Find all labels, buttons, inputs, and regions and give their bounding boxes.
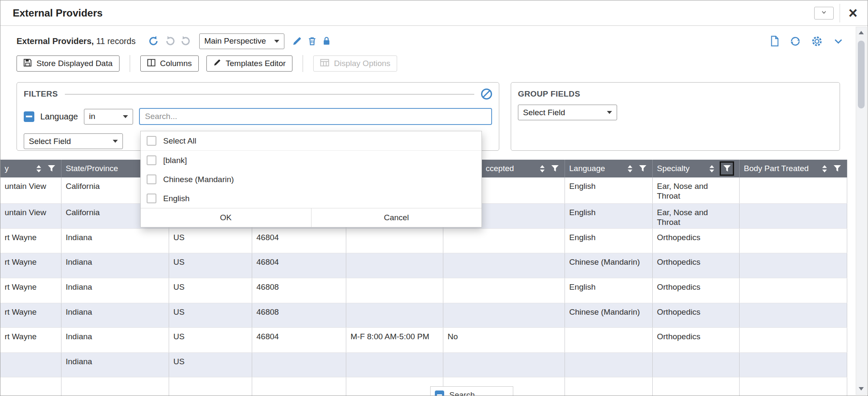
- table-cell: rt Wayne: [0, 303, 61, 327]
- cell-text: Orthopedics: [657, 257, 724, 267]
- table-cell: rt Wayne: [0, 253, 61, 278]
- templates-editor-button[interactable]: Templates Editor: [206, 55, 293, 72]
- table-cell: [346, 377, 443, 396]
- sort-icon[interactable]: [709, 165, 715, 173]
- scroll-up-button[interactable]: [856, 27, 866, 38]
- table-cell: Indiana: [61, 353, 169, 377]
- repeat-icon[interactable]: [180, 35, 192, 47]
- filter-funnel-icon[interactable]: [832, 164, 842, 173]
- table-row[interactable]: rt WayneIndianaUS46804Chinese (Mandarin)…: [0, 253, 847, 278]
- cancel-button[interactable]: Cancel: [311, 208, 482, 227]
- table-row[interactable]: [0, 377, 847, 396]
- clear-filters-icon[interactable]: [481, 89, 492, 100]
- sort-icon[interactable]: [36, 165, 42, 173]
- cell-text: US: [173, 332, 248, 341]
- table-cell: [653, 353, 740, 377]
- partial-search-label: Search: [449, 390, 475, 396]
- button-label: Display Options: [334, 59, 390, 68]
- perspective-select[interactable]: Main Perspective: [199, 33, 284, 49]
- column-header-city[interactable]: y: [0, 160, 61, 177]
- filter-operator-select[interactable]: in: [84, 109, 133, 125]
- popup-option[interactable]: Chinese (Mandarin): [141, 170, 481, 189]
- table-cell: [565, 377, 653, 396]
- table-cell: rt Wayne: [0, 278, 61, 303]
- dialog-close-button[interactable]: ×: [846, 6, 860, 21]
- action-bar: Store Displayed Data Columns Templates E…: [17, 55, 397, 72]
- columns-button[interactable]: Columns: [140, 55, 199, 72]
- add-filter-field-value: Select Field: [29, 137, 71, 146]
- redo-icon[interactable]: [164, 35, 176, 47]
- table-row[interactable]: IndianaUS: [0, 353, 847, 377]
- filter-funnel-icon[interactable]: [720, 161, 734, 176]
- cell-text: Indiana: [66, 257, 164, 267]
- cell-text: 46804: [256, 233, 342, 242]
- filter-field-label: Language: [40, 112, 78, 122]
- toolbar-right-icons: [770, 31, 844, 51]
- table-row[interactable]: rt WayneIndianaUS46808Chinese (Mandarin)…: [0, 303, 847, 328]
- filter-funnel-icon[interactable]: [550, 164, 559, 173]
- column-header-language[interactable]: Language: [565, 160, 653, 177]
- chevron-down-icon: [123, 115, 128, 118]
- undo-icon[interactable]: [147, 35, 159, 47]
- table-row[interactable]: rt WayneIndianaUS46804M-F 8:00 AM-5:00 P…: [0, 328, 847, 353]
- checkbox-icon[interactable]: [147, 155, 156, 165]
- table-cell: 46804: [252, 328, 346, 352]
- filter-funnel-icon[interactable]: [638, 164, 647, 173]
- record-summary-title: External Providers,: [17, 36, 94, 46]
- vertical-scrollbar[interactable]: [856, 27, 867, 395]
- table-row[interactable]: rt WayneIndianaUS46808EnglishOrthopedics: [0, 278, 847, 303]
- checkbox-icon[interactable]: [147, 136, 156, 146]
- table-cell: Orthopedics: [653, 328, 740, 352]
- column-header-body-part-treated[interactable]: Body Part Treated: [740, 160, 847, 177]
- down-arrow-icon: [859, 387, 864, 390]
- display-options-icon: [320, 59, 329, 69]
- table-cell: Indiana: [61, 303, 169, 327]
- checkbox-icon[interactable]: [147, 174, 156, 184]
- sort-icon[interactable]: [822, 165, 827, 173]
- lock-icon[interactable]: [322, 36, 331, 46]
- popup-option[interactable]: English: [141, 189, 481, 208]
- filter-search-input[interactable]: [139, 108, 492, 125]
- popup-option[interactable]: [blank]: [141, 151, 481, 170]
- perspective-select-value: Main Perspective: [204, 36, 266, 46]
- display-options-button[interactable]: Display Options: [313, 55, 397, 72]
- cell-text: Ear, Nose and Throat: [657, 208, 724, 227]
- scroll-down-button[interactable]: [856, 383, 866, 394]
- sort-icon[interactable]: [540, 165, 545, 173]
- popup-option-label: [blank]: [163, 156, 187, 165]
- checkbox-icon[interactable]: [147, 194, 156, 203]
- filter-funnel-icon[interactable]: [47, 164, 56, 173]
- delete-trash-icon[interactable]: [307, 36, 317, 46]
- table-cell: Orthopedics: [653, 229, 740, 253]
- new-document-icon[interactable]: [770, 36, 779, 47]
- settings-gear-icon[interactable]: [811, 36, 823, 47]
- cell-text: Indiana: [66, 332, 164, 341]
- table-cell: Orthopedics: [653, 278, 740, 303]
- cell-text: untain View: [5, 181, 57, 191]
- collapse-chevron-icon[interactable]: [833, 36, 844, 47]
- scrollbar-thumb[interactable]: [858, 41, 865, 108]
- table-row[interactable]: rt WayneIndianaUS46804EnglishOrthopedics: [0, 229, 847, 253]
- external-providers-dialog: External Providers × External Providers,…: [0, 0, 868, 396]
- edit-pencil-icon[interactable]: [292, 36, 302, 46]
- column-header-specialty[interactable]: Specialty: [653, 160, 740, 177]
- dialog-dropdown-button[interactable]: [814, 7, 834, 19]
- cell-text: No: [448, 332, 560, 341]
- refresh-icon[interactable]: [790, 36, 801, 47]
- popup-option-label: Chinese (Mandarin): [163, 175, 234, 184]
- table-cell: rt Wayne: [0, 328, 61, 352]
- add-group-field-select[interactable]: Select Field: [518, 105, 617, 120]
- record-count: 11 records: [96, 36, 136, 46]
- cell-text: Indiana: [66, 233, 164, 242]
- sort-icon[interactable]: [627, 165, 633, 173]
- cell-text: Indiana: [66, 357, 164, 366]
- cell-text: US: [173, 282, 248, 292]
- store-displayed-data-button[interactable]: Store Displayed Data: [17, 55, 120, 72]
- table-cell: untain View: [0, 177, 61, 203]
- filter-enabled-checkbox[interactable]: [24, 111, 34, 122]
- add-filter-field-select[interactable]: Select Field: [24, 133, 123, 149]
- popup-option[interactable]: Select All: [141, 131, 481, 151]
- ok-button[interactable]: OK: [141, 208, 311, 227]
- table-cell: 46804: [252, 229, 346, 253]
- table-cell: [740, 177, 847, 203]
